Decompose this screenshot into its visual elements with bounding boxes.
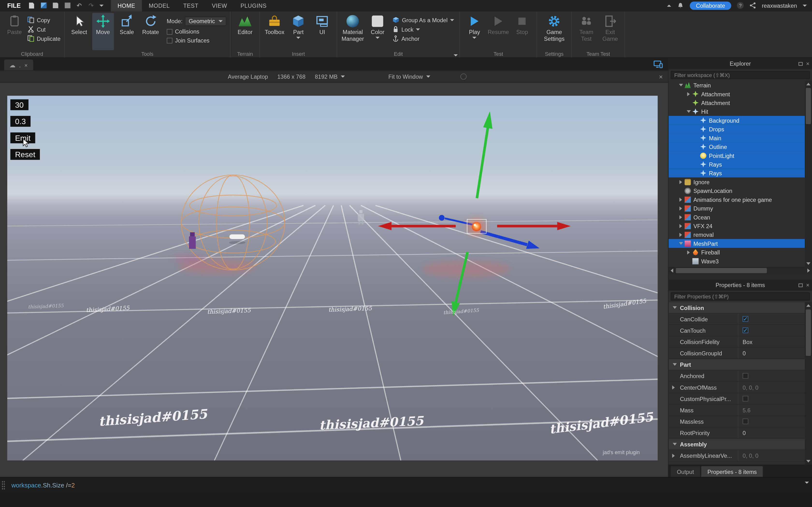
checkbox-unchecked-icon[interactable] (743, 418, 749, 425)
anchor-button[interactable]: Anchor (393, 35, 454, 42)
tree-item-ocean[interactable]: Ocean (668, 213, 805, 221)
property-value[interactable]: 0 (738, 427, 805, 438)
mode-dropdown[interactable]: Geometric (185, 17, 226, 26)
play-button[interactable]: Play (463, 13, 485, 50)
output-tab[interactable]: Output (671, 466, 700, 477)
close-emulation-icon[interactable]: × (659, 73, 663, 80)
orientation-icon[interactable] (460, 73, 466, 80)
tree-item-fireball[interactable]: Fireball (668, 248, 805, 257)
join-surfaces-checkbox[interactable]: Join Surfaces (167, 37, 226, 44)
file-menu[interactable]: FILE (0, 2, 28, 9)
fit-to-window-dropdown[interactable]: Fit to Window (388, 73, 430, 80)
drag-handle-icon[interactable] (1, 481, 5, 490)
emulation-device[interactable]: Average Laptop (228, 73, 268, 80)
tree-item-background[interactable]: Background (668, 116, 805, 125)
account-caret-icon[interactable] (803, 4, 807, 6)
command-input[interactable]: workspace.Sh.Size /=2 (11, 482, 75, 489)
property-row-cantouch[interactable]: CanTouch✓ (668, 325, 805, 336)
section-chevron-icon[interactable] (673, 363, 677, 366)
share-icon[interactable] (749, 2, 756, 9)
property-row-centerofmass[interactable]: CenterOfMass0, 0, 0 (668, 382, 805, 393)
property-row-mass[interactable]: Mass5.6 (668, 405, 805, 416)
properties-tab[interactable]: Properties - 8 items (701, 466, 763, 477)
property-row-massless[interactable]: Massless (668, 416, 805, 427)
collapse-ribbon-icon[interactable] (667, 4, 671, 6)
material-manager-button[interactable]: Material Manager (341, 13, 365, 50)
tree-item-attachment[interactable]: Attachment (668, 90, 805, 98)
duplicate-button[interactable]: Duplicate (28, 35, 61, 42)
checkbox-unchecked-icon[interactable] (743, 373, 749, 379)
checkbox-checked-icon[interactable]: ✓ (743, 316, 749, 322)
copy-button[interactable]: Copy (28, 17, 61, 23)
property-value[interactable]: Box (738, 336, 805, 347)
property-value[interactable]: ✓ (738, 325, 805, 336)
username[interactable]: reaxwastaken (762, 2, 797, 9)
property-value[interactable]: 0, 0, 0 (738, 382, 805, 393)
tree-item-removal[interactable]: removal (668, 230, 805, 239)
color-button[interactable]: Color (367, 13, 389, 50)
chevron-closed-icon[interactable] (685, 250, 692, 254)
part-caret-icon[interactable] (296, 37, 300, 39)
float-panel-icon[interactable] (798, 62, 802, 65)
move-button[interactable]: Move (92, 13, 114, 50)
lock-button[interactable]: Lock (393, 26, 454, 33)
tab-home[interactable]: HOME (111, 0, 142, 11)
property-row-collisionfidelity[interactable]: CollisionFidelityBox (668, 336, 805, 348)
property-row-collisiongroupid[interactable]: CollisionGroupId0 (668, 348, 805, 359)
chevron-open-icon[interactable] (685, 110, 692, 113)
explorer-filter-input[interactable]: Filter workspace (⇧⌘X) (671, 71, 810, 79)
property-section-collision[interactable]: Collision (668, 302, 805, 314)
property-row-anchored[interactable]: Anchored (668, 370, 805, 382)
tree-item-ignore[interactable]: Ignore (668, 177, 805, 186)
tree-item-spawnlocation[interactable]: SpawnLocation (668, 186, 805, 195)
property-value[interactable]: ✓ (738, 314, 805, 325)
tab-plugins[interactable]: PLUGINS (234, 0, 273, 11)
command-scroll-icon[interactable] (805, 482, 809, 484)
property-row-customphysicalpr[interactable]: CustomPhysicalPr... (668, 393, 805, 405)
purple-figure[interactable] (189, 232, 196, 249)
emit-rate-button[interactable]: 30 (10, 99, 28, 110)
properties-filter-input[interactable]: Filter Properties (⇧⌘P) (671, 292, 810, 300)
place-tab[interactable]: ☁ . × (4, 59, 33, 70)
tree-item-animations-for-one-piece-game[interactable]: Animations for one piece game (668, 195, 805, 204)
color-caret-icon[interactable] (375, 37, 379, 39)
tab-test[interactable]: TEST (176, 0, 205, 11)
property-value[interactable] (738, 393, 805, 404)
collisions-checkbox[interactable]: Collisions (167, 29, 226, 35)
undo-icon[interactable]: ↶ (75, 2, 83, 9)
cut-button[interactable]: Cut (28, 26, 61, 33)
chevron-open-icon[interactable] (677, 242, 684, 245)
chevron-closed-icon[interactable] (677, 215, 684, 219)
help-icon[interactable]: ? (737, 2, 744, 9)
property-value[interactable]: 0, 0, 0 (738, 450, 805, 461)
property-row-rootpriority[interactable]: RootPriority0 (668, 427, 805, 439)
redo-icon[interactable]: ↷ (88, 2, 95, 9)
toolbox-button[interactable]: Toolbox (264, 13, 286, 50)
property-section-assembly[interactable]: Assembly (668, 439, 805, 450)
play-caret-icon[interactable] (472, 37, 476, 39)
collaborate-button[interactable]: Collaborate (690, 1, 731, 9)
tree-item-dummy[interactable]: Dummy (668, 204, 805, 213)
device-emulator-icon[interactable] (654, 60, 663, 68)
property-section-part[interactable]: Part (668, 359, 805, 370)
tab-model[interactable]: MODEL (142, 0, 176, 11)
team-create-icon[interactable] (40, 2, 47, 9)
toolbar-caret-icon[interactable] (99, 4, 103, 6)
property-value[interactable] (738, 370, 805, 381)
explorer-hscrollbar[interactable] (668, 267, 812, 274)
chevron-closed-icon[interactable] (677, 232, 684, 237)
property-row-cancollide[interactable]: CanCollide✓ (668, 314, 805, 325)
publish-icon[interactable] (64, 2, 71, 9)
section-chevron-icon[interactable] (673, 306, 677, 309)
team-test-button[interactable]: Team Test (575, 13, 597, 50)
rotate-button[interactable]: Rotate (140, 13, 161, 50)
tree-item-drops[interactable]: Drops (668, 125, 805, 133)
tree-item-rays[interactable]: Rays (668, 160, 805, 169)
part-button[interactable]: Part (288, 13, 309, 50)
chevron-closed-icon[interactable] (677, 180, 684, 184)
close-explorer-icon[interactable]: × (806, 61, 809, 67)
property-row-assemblylinearve[interactable]: AssemblyLinearVe...0, 0, 0 (668, 450, 805, 461)
new-file-icon[interactable] (28, 2, 35, 9)
properties-vscrollbar[interactable] (805, 302, 812, 464)
section-chevron-icon[interactable] (673, 443, 677, 445)
